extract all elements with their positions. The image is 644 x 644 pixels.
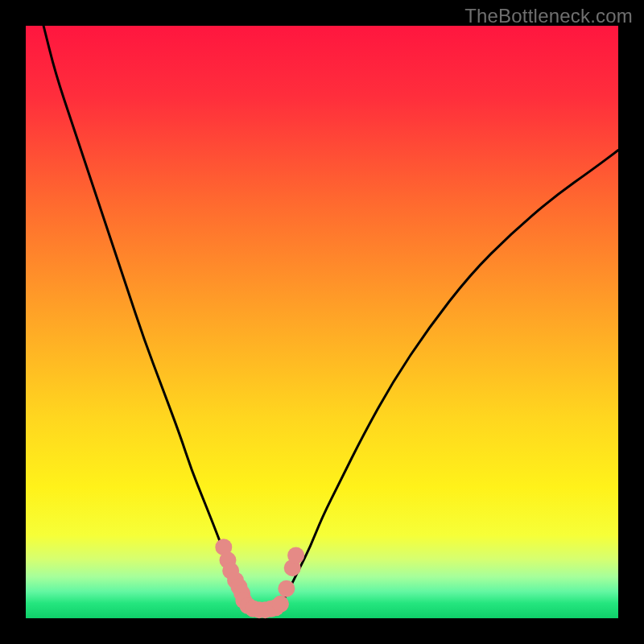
data-point xyxy=(287,547,304,564)
data-point xyxy=(278,580,295,597)
plot-background xyxy=(26,26,618,618)
chart-frame: TheBottleneck.com xyxy=(0,0,644,644)
data-point xyxy=(272,596,289,613)
watermark-label: TheBottleneck.com xyxy=(464,5,633,27)
bottleneck-chart xyxy=(0,0,644,644)
